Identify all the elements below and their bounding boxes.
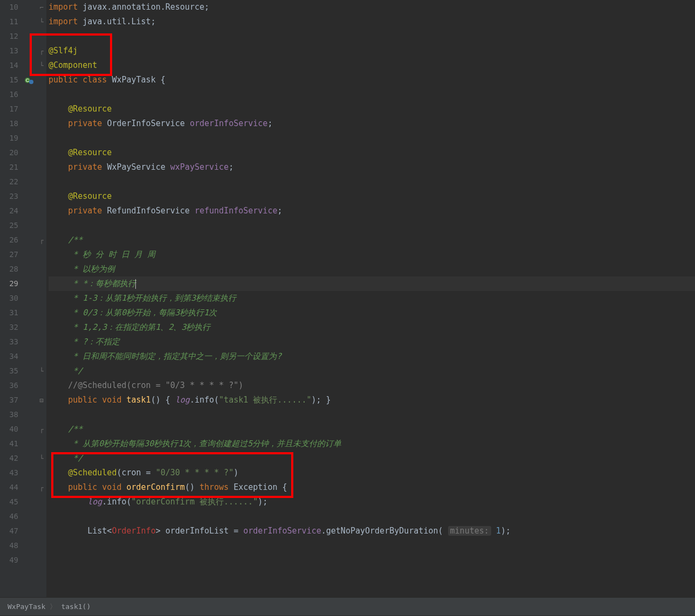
code-line[interactable]	[49, 87, 695, 102]
fold-end-icon[interactable]: └	[38, 18, 45, 26]
line-number[interactable]: 25	[0, 218, 22, 233]
code-line[interactable]	[49, 29, 695, 44]
line-number[interactable]: 22	[0, 175, 22, 189]
fold-gutter: ⌐ └ ┌ └ ┌ └ ⊟ ┌ └ ┌	[37, 0, 46, 597]
line-number[interactable]: 46	[0, 509, 22, 524]
code-line[interactable]: */	[49, 451, 695, 466]
code-line[interactable]: * ?：不指定	[49, 335, 695, 349]
fold-end-icon[interactable]: └	[38, 455, 45, 462]
line-number[interactable]: 42	[0, 451, 22, 466]
code-line[interactable]: @Component	[49, 58, 695, 73]
line-number[interactable]: 16	[0, 87, 22, 102]
code-line[interactable]: * 1-3：从第1秒开始执行，到第3秒结束执行	[49, 291, 695, 306]
fold-start-icon[interactable]: ┌	[38, 47, 45, 55]
line-number[interactable]: 35	[0, 364, 22, 378]
line-number[interactable]: 43	[0, 466, 22, 480]
code-line[interactable]: @Resource	[49, 189, 695, 204]
code-line[interactable]: /**	[49, 233, 695, 247]
fold-start-icon[interactable]: ┌	[38, 237, 45, 244]
line-number[interactable]: 44	[0, 480, 22, 495]
line-number[interactable]: 29	[0, 276, 22, 291]
line-number[interactable]: 26	[0, 233, 22, 247]
code-line[interactable]: * 日和周不能同时制定，指定其中之一，则另一个设置为?	[49, 349, 695, 364]
code-line[interactable]: import java.util.List;	[49, 15, 695, 29]
code-line[interactable]: @Slf4j	[49, 44, 695, 58]
line-number[interactable]: 23	[0, 189, 22, 204]
code-line[interactable]: log.info("orderConfirm 被执行......");	[49, 495, 695, 509]
line-number[interactable]: 40	[0, 422, 22, 437]
line-number[interactable]: 11	[0, 15, 22, 29]
code-line[interactable]: @Resource	[49, 102, 695, 116]
breadcrumb-separator-icon: 〉	[50, 598, 57, 616]
line-number[interactable]: 15	[0, 73, 22, 87]
code-line[interactable]	[49, 131, 695, 146]
line-number[interactable]: 41	[0, 437, 22, 451]
code-line[interactable]: * 0/3：从第0秒开始，每隔3秒执行1次	[49, 306, 695, 320]
code-line[interactable]: @Scheduled(cron = "0/30 * * * * ?")	[49, 466, 695, 480]
code-area[interactable]: import javax.annotation.Resource; import…	[46, 0, 695, 597]
gutter-icons: C	[22, 0, 37, 597]
line-number[interactable]: 19	[0, 131, 22, 146]
code-line[interactable]: */	[49, 364, 695, 378]
svg-point-2	[29, 80, 33, 84]
code-line[interactable]: * 从第0秒开始每隔30秒执行1次，查询创建超过5分钟，并且未支付的订单	[49, 437, 695, 451]
code-line[interactable]: * 秒 分 时 日 月 周	[49, 247, 695, 262]
line-number[interactable]: 18	[0, 116, 22, 131]
line-number[interactable]: 21	[0, 160, 22, 175]
fold-end-icon[interactable]: └	[38, 62, 45, 70]
code-line[interactable]	[49, 175, 695, 189]
line-number[interactable]: 48	[0, 538, 22, 553]
fold-end-icon[interactable]: └	[38, 368, 45, 375]
fold-end-icon[interactable]: ⌐	[38, 4, 45, 11]
code-line[interactable]: public class WxPayTask {	[49, 73, 695, 87]
line-number[interactable]: 17	[0, 102, 22, 116]
svg-text:C: C	[26, 78, 30, 83]
code-line[interactable]: * 1,2,3：在指定的第1、2、3秒执行	[49, 320, 695, 335]
inlay-hint: minutes:	[448, 526, 491, 536]
code-line[interactable]: public void orderConfirm() throws Except…	[49, 480, 695, 495]
code-line[interactable]: @Resource	[49, 146, 695, 160]
code-line[interactable]: /**	[49, 422, 695, 437]
code-line[interactable]: private RefundInfoService refundInfoServ…	[49, 204, 695, 218]
code-line[interactable]	[49, 218, 695, 233]
line-number[interactable]: 24	[0, 204, 22, 218]
fold-start-icon[interactable]: ┌	[38, 484, 45, 492]
code-line[interactable]: import javax.annotation.Resource;	[49, 0, 695, 15]
line-number[interactable]: 27	[0, 247, 22, 262]
line-number[interactable]: 34	[0, 349, 22, 364]
code-line[interactable]: //@Scheduled(cron = "0/3 * * * * ?")	[49, 378, 695, 393]
line-number[interactable]: 28	[0, 262, 22, 276]
code-line-current[interactable]: * *：每秒都执行	[49, 276, 695, 291]
code-line[interactable]: private OrderInfoService orderInfoServic…	[49, 116, 695, 131]
breadcrumb-method[interactable]: task1()	[61, 598, 91, 616]
line-number[interactable]: 49	[0, 553, 22, 567]
code-line[interactable]: List<OrderInfo> orderInfoList = orderInf…	[49, 524, 695, 538]
line-number[interactable]: 45	[0, 495, 22, 509]
code-line[interactable]	[49, 407, 695, 422]
line-number[interactable]: 31	[0, 306, 22, 320]
text-caret	[135, 279, 136, 289]
breadcrumb-class[interactable]: WxPayTask	[8, 598, 45, 616]
line-number[interactable]: 47	[0, 524, 22, 538]
code-line[interactable]: * 以秒为例	[49, 262, 695, 276]
line-number[interactable]: 36	[0, 378, 22, 393]
code-line[interactable]	[49, 509, 695, 524]
line-number[interactable]: 14	[0, 58, 22, 73]
line-number[interactable]: 38	[0, 407, 22, 422]
line-number[interactable]: 13	[0, 44, 22, 58]
fold-both-icon[interactable]: ⊟	[38, 397, 45, 404]
code-editor[interactable]: 10 11 12 13 14 15 16 17 18 19 20 21 22 2…	[0, 0, 695, 597]
line-number-gutter: 10 11 12 13 14 15 16 17 18 19 20 21 22 2…	[0, 0, 22, 597]
code-line[interactable]	[49, 538, 695, 553]
line-number[interactable]: 32	[0, 320, 22, 335]
line-number[interactable]: 10	[0, 0, 22, 15]
line-number[interactable]: 33	[0, 335, 22, 349]
breadcrumb-bar[interactable]: WxPayTask 〉 task1()	[0, 597, 695, 615]
line-number[interactable]: 20	[0, 146, 22, 160]
code-line[interactable]: public void task1() { log.info("task1 被执…	[49, 393, 695, 407]
fold-start-icon[interactable]: ┌	[38, 426, 45, 433]
line-number[interactable]: 12	[0, 29, 22, 44]
line-number[interactable]: 30	[0, 291, 22, 306]
line-number[interactable]: 37	[0, 393, 22, 407]
code-line[interactable]: private WxPayService wxPayService;	[49, 160, 695, 175]
